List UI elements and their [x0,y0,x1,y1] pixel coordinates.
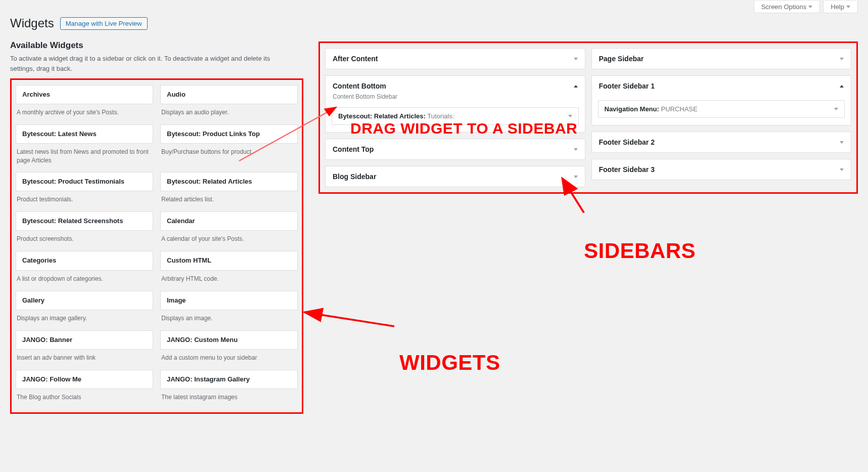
widget-item[interactable]: Archives [16,85,153,104]
widget-item[interactable]: Gallery [16,291,153,310]
sidebar-title: Footer Sidebar 2 [599,138,655,146]
help-label: Help [831,3,844,11]
widget-description: A calendar of your site's Posts. [160,231,298,251]
widget-cell: AudioDisplays an audio player. [160,85,298,124]
sidebar-header[interactable]: After Content [326,49,585,69]
sidebar-body: Navigation Menu: PURCHASE [592,96,851,125]
widget-description: Displays an image gallery. [16,310,153,330]
widget-description: The Blog author Socials [16,389,153,409]
chevron-down-icon [574,176,578,178]
widget-cell: JANGO: Follow MeThe Blog author Socials [16,370,153,409]
widget-item[interactable]: Categories [16,251,153,270]
screen-options-button[interactable]: Screen Options [754,1,820,13]
screen-options-label: Screen Options [761,3,807,11]
live-preview-button[interactable]: Manage with Live Preview [60,17,148,30]
widget-cell: Bytescout: Product TestimonialsProduct t… [16,172,153,211]
sidebar-panel: Content Top [325,139,585,160]
sidebar-panel: Page Sidebar [591,48,852,69]
widget-item[interactable]: Image [160,291,298,310]
widget-cell: CategoriesA list or dropdown of categori… [16,251,153,290]
widget-item[interactable]: JANGO: Follow Me [16,370,153,389]
chevron-down-icon [568,115,572,117]
sidebar-title: Footer Sidebar 3 [599,165,655,174]
widget-item[interactable]: JANGO: Banner [16,330,153,350]
sidebars-annotation-box: After ContentContent BottomContent Botto… [318,41,858,194]
widget-item[interactable]: Bytescout: Product Testimonials [16,172,153,191]
widget-description: A list or dropdown of categories. [16,271,153,291]
widget-description: Insert an adv banner with link [16,350,153,370]
widget-cell: Bytescout: Latest NewsLatest news list f… [16,124,153,172]
page-header: Widgets Manage with Live Preview [10,16,858,30]
widget-description: Related articles list. [160,191,298,211]
widget-item[interactable]: Calendar [160,211,298,231]
chevron-down-icon [840,58,844,60]
sidebar-body: Bytescout: Related Articles: Tutorials: [326,103,585,132]
sidebar-title: After Content [333,55,378,63]
sidebar-header[interactable]: Footer Sidebar 2 [592,132,851,152]
widget-cell: CalendarA calendar of your site's Posts. [160,211,298,251]
placed-widget[interactable]: Bytescout: Related Articles: Tutorials: [332,107,579,125]
widget-item[interactable]: JANGO: Custom Menu [160,330,298,350]
sidebar-title: Footer Sidebar 1 [599,82,655,90]
sidebar-header[interactable]: Blog Sidebar [326,166,585,187]
sidebar-title: Content Top [333,145,374,153]
widget-item[interactable]: Audio [160,85,298,104]
sidebar-panel: Blog Sidebar [325,166,585,187]
widget-description: Displays an image. [160,310,298,330]
widget-cell: JANGO: Instagram GalleryThe latest insta… [160,370,298,409]
widget-cell: ImageDisplays an image. [160,291,298,330]
sidebar-header[interactable]: Footer Sidebar 1 [592,76,851,96]
widgets-annotation-box: ArchivesA monthly archive of your site's… [10,78,303,414]
widget-cell: ArchivesA monthly archive of your site's… [16,85,153,124]
widget-item[interactable]: JANGO: Instagram Gallery [160,370,298,389]
available-widgets-description: To activate a widget drag it to a sideba… [10,54,283,73]
chevron-down-icon [574,148,578,151]
widget-item[interactable]: Bytescout: Related Articles [160,172,298,191]
chevron-down-icon [840,168,844,171]
widget-item[interactable]: Bytescout: Product Links Top [160,124,298,144]
placed-widget-label: Navigation Menu: PURCHASE [605,105,698,113]
available-widgets-title: Available Widgets [10,40,303,51]
placed-widget[interactable]: Navigation Menu: PURCHASE [598,100,845,118]
screen-meta-bar: Screen Options Help [10,0,858,13]
sidebar-header[interactable]: Footer Sidebar 3 [592,159,851,180]
sidebar-panel: After Content [325,48,585,69]
sidebar-panel: Footer Sidebar 1Navigation Menu: PURCHAS… [591,75,852,125]
widget-cell: JANGO: Custom MenuAdd a custom menu to y… [160,330,298,370]
sidebar-title: Blog Sidebar [333,173,376,181]
sidebar-panel: Footer Sidebar 3 [591,159,852,180]
widget-item[interactable]: Custom HTML [160,251,298,270]
widget-cell: GalleryDisplays an image gallery. [16,291,153,330]
page-title: Widgets [10,16,54,30]
widget-description: A monthly archive of your site's Posts. [16,104,153,124]
chevron-down-icon [808,6,812,8]
sidebar-subtitle: Content Bottom Sidebar [326,93,585,103]
available-widgets-column: Available Widgets To activate a widget d… [10,40,303,414]
widget-cell: Bytescout: Related ScreenshotsProduct sc… [16,211,153,251]
widget-cell: Custom HTMLArbitrary HTML code. [160,251,298,290]
sidebar-panel: Content BottomContent Bottom SidebarByte… [325,75,585,133]
widget-cell: JANGO: BannerInsert an adv banner with l… [16,330,153,370]
widget-description: Latest news list from News and promoted … [16,144,153,172]
sidebar-header[interactable]: Page Sidebar [592,49,851,69]
widget-description: Arbitrary HTML code. [160,271,298,291]
widget-item[interactable]: Bytescout: Latest News [16,124,153,144]
widget-description: Product testimonials. [16,191,153,211]
chevron-up-icon [574,85,578,88]
chevron-down-icon [834,108,838,110]
sidebar-header[interactable]: Content Top [326,139,585,159]
chevron-down-icon [574,58,578,60]
chevron-down-icon [840,141,844,144]
widget-description: Add a custom menu to your sidebar [160,350,298,370]
widget-item[interactable]: Bytescout: Related Screenshots [16,211,153,231]
widget-description: Buy/Purchase buttons for product [160,144,298,164]
widget-cell: Bytescout: Related ArticlesRelated artic… [160,172,298,211]
widget-description: The latest instagram images [160,389,298,409]
sidebar-title: Content Bottom [333,82,386,90]
widget-cell: Bytescout: Product Links TopBuy/Purchase… [160,124,298,172]
widget-description: Displays an audio player. [160,104,298,124]
help-button[interactable]: Help [823,1,858,13]
widget-description: Product screenshots. [16,231,153,251]
sidebar-title: Page Sidebar [599,55,644,63]
placed-widget-label: Bytescout: Related Articles: Tutorials: [338,112,454,120]
